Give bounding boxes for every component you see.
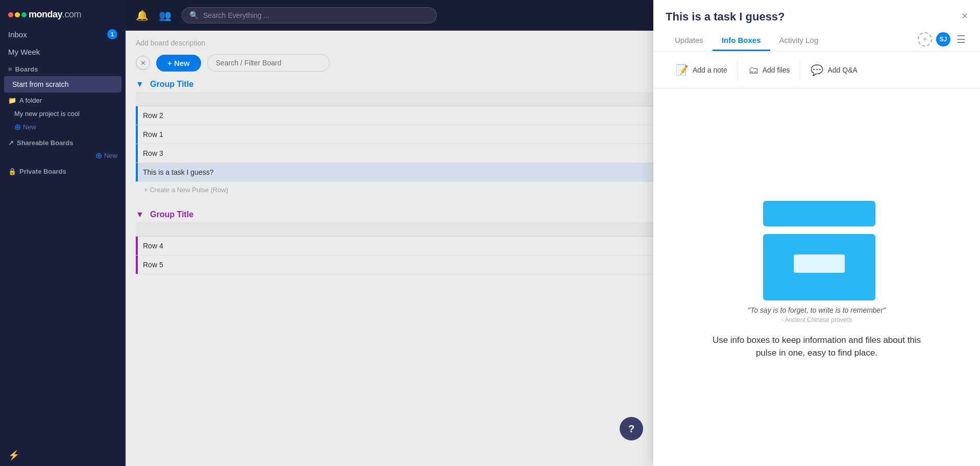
share-icon: ↗ xyxy=(8,139,14,147)
close-filter-btn[interactable]: ✕ xyxy=(136,56,150,70)
sidebar-inbox[interactable]: Inbox 1 xyxy=(0,25,126,43)
monday-logo[interactable]: monday.com xyxy=(8,9,81,20)
hamburger-button[interactable]: ☰ xyxy=(954,33,968,45)
add-note-label: Add a note xyxy=(693,66,727,74)
qa-icon: 💬 xyxy=(811,64,823,76)
illus-inner-box xyxy=(794,254,845,273)
boards-label: Boards xyxy=(15,65,38,73)
overlay-title: This is a task I guess? xyxy=(666,10,968,24)
inbox-label: Inbox xyxy=(8,30,27,39)
search-bar[interactable]: 🔍 xyxy=(182,7,437,24)
illus-top-bar xyxy=(763,201,875,226)
add-note-button[interactable]: 📝 Add a note xyxy=(666,60,738,80)
overlay-close-button[interactable]: × xyxy=(960,8,970,24)
search-icon: 🔍 xyxy=(189,11,199,20)
lightning-icon: ⚡ xyxy=(8,450,19,461)
add-qa-button[interactable]: 💬 Add Q&A xyxy=(800,60,867,80)
overlay-tabs: Updates Info Boxes Activity Log xyxy=(666,31,827,51)
overlay-header: × This is a task I guess? Updates Info B… xyxy=(653,0,980,52)
user-avatar: SJ xyxy=(936,32,950,46)
sidebar-myweek[interactable]: My Week xyxy=(0,43,126,60)
logo-area: monday.com xyxy=(0,0,126,25)
overlay-panel: × This is a task I guess? Updates Info B… xyxy=(653,0,980,466)
new-item-button[interactable]: + New xyxy=(156,55,201,72)
group-arrow-icon[interactable]: ▼ xyxy=(136,80,145,89)
note-icon: 📝 xyxy=(676,64,689,76)
tab-updates[interactable]: Updates xyxy=(666,31,713,51)
info-quote-attr: - Ancient Chinese proverb xyxy=(781,316,852,323)
people-icon[interactable]: 👥 xyxy=(159,9,172,21)
info-illustration xyxy=(753,196,880,298)
sidebar-item-start[interactable]: Start from scratch xyxy=(4,76,121,92)
start-label: Start from scratch xyxy=(12,80,68,88)
myweek-label: My Week xyxy=(8,48,40,56)
plus-circle-icon: ⊕ xyxy=(14,122,21,132)
project-label: My new project is cool xyxy=(14,110,80,118)
sidebar: monday.com Inbox 1 My Week ≡ Boards Star… xyxy=(0,0,126,466)
group-arrow-icon2[interactable]: ▼ xyxy=(136,210,145,219)
overlay-tab-actions: + SJ ☰ xyxy=(918,32,968,50)
folder-icon: 📁 xyxy=(8,97,16,104)
lock-icon: 🔒 xyxy=(8,168,16,175)
bell-icon[interactable]: 🔔 xyxy=(136,9,149,21)
info-desc: Use info boxes to keep information and f… xyxy=(709,334,924,360)
group-title-2[interactable]: Group Title xyxy=(150,210,193,219)
illus-bottom-card xyxy=(763,234,875,300)
search-input[interactable] xyxy=(203,11,429,19)
help-button[interactable]: ? xyxy=(620,417,643,440)
info-content: "To say is to forget, to write is to rem… xyxy=(653,89,980,466)
sidebar-bottom: ⚡ xyxy=(0,445,126,466)
private-label: Private Boards xyxy=(19,168,66,175)
sidebar-new-folder-btn[interactable]: ⊕ New xyxy=(0,120,126,134)
sidebar-shareable[interactable]: ↗ Shareable Boards xyxy=(0,134,126,149)
inbox-badge: 1 xyxy=(107,29,117,39)
files-icon: 🗂 xyxy=(748,64,758,76)
group-title-1[interactable]: Group Title xyxy=(150,80,193,89)
boards-icon: ≡ xyxy=(8,65,12,73)
sidebar-private[interactable]: 🔒 Private Boards xyxy=(0,162,126,177)
info-quote: "To say is to forget, to write is to rem… xyxy=(748,306,886,314)
new-label2: New xyxy=(104,152,117,159)
tab-info-boxes[interactable]: Info Boxes xyxy=(713,31,770,51)
add-qa-label: Add Q&A xyxy=(827,66,857,74)
add-files-button[interactable]: 🗂 Add files xyxy=(738,60,801,80)
sidebar-project[interactable]: My new project is cool xyxy=(0,107,126,120)
filter-input[interactable] xyxy=(207,54,330,72)
info-actions-row: 📝 Add a note 🗂 Add files 💬 Add Q&A xyxy=(653,52,980,89)
sidebar-new-shareable-btn[interactable]: ⊕ New xyxy=(0,149,126,162)
add-user-icon[interactable]: + xyxy=(918,32,932,46)
sidebar-folder[interactable]: 📁 A folder xyxy=(0,94,126,107)
main-area: 🔔 👥 🔍 Add board description ✕ + New ▼ Gr… xyxy=(126,0,980,466)
sidebar-section-boards[interactable]: ≡ Boards xyxy=(0,60,126,75)
new-label: New xyxy=(23,123,36,131)
shareable-label: Shareable Boards xyxy=(17,139,74,147)
add-files-label: Add files xyxy=(763,66,790,74)
logo-text: monday.com xyxy=(29,9,81,20)
tab-activity-log[interactable]: Activity Log xyxy=(770,31,828,51)
folder-label: A folder xyxy=(19,97,42,104)
plus-circle-icon2: ⊕ xyxy=(95,151,102,160)
